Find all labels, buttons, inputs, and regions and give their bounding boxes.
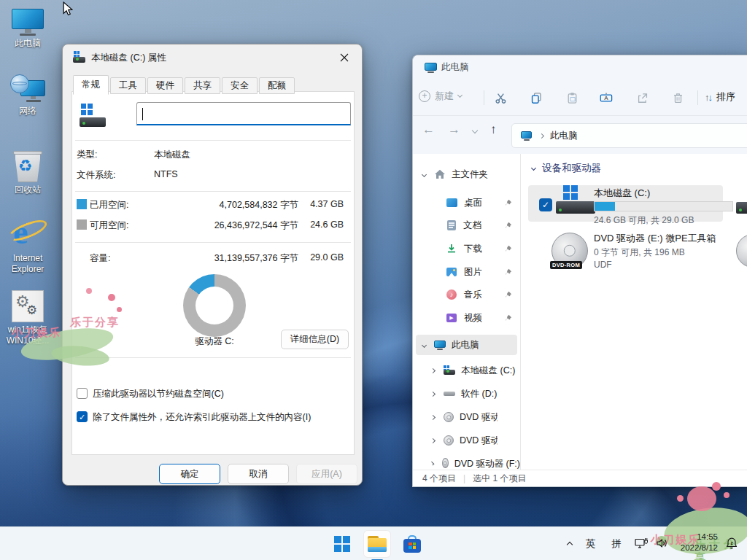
- explorer-tab-title[interactable]: 此电脑: [441, 61, 469, 74]
- rename-button[interactable]: A: [599, 90, 614, 105]
- copy-button[interactable]: [529, 90, 543, 105]
- type-value: 本地磁盘: [154, 149, 190, 161]
- drive-c-icon: [556, 185, 595, 218]
- hdd-d-mini-icon: [444, 392, 455, 396]
- sidebar-item-this-pc[interactable]: 此电脑: [413, 334, 520, 356]
- share-button[interactable]: [635, 90, 649, 105]
- taskbar-center-icons: [328, 527, 426, 560]
- cut-button[interactable]: [493, 90, 508, 105]
- toolbar-separator: [484, 90, 484, 105]
- apply-button[interactable]: 应用(A): [296, 464, 357, 484]
- chevron-right-icon: [430, 462, 435, 466]
- home-icon: [434, 169, 446, 179]
- forward-button[interactable]: →: [448, 122, 460, 137]
- compress-checkbox-label[interactable]: 压缩此驱动器以节约磁盘空间(C): [93, 388, 224, 400]
- close-button[interactable]: [328, 46, 360, 69]
- new-button[interactable]: + 新建: [419, 90, 462, 103]
- desktop-icon-win11-restore[interactable]: ⚙ ⚙ win11恢复 WIN10经...: [0, 290, 55, 346]
- explorer-tab-icon: [425, 63, 437, 73]
- svg-text:A: A: [604, 95, 608, 101]
- start-button[interactable]: [328, 530, 356, 558]
- tab-hardware[interactable]: 硬件: [147, 77, 183, 94]
- delete-button[interactable]: [670, 90, 685, 105]
- dialog-titlebar[interactable]: 本地磁盘 (C:) 属性: [63, 44, 362, 71]
- breadcrumb-this-pc[interactable]: 此电脑: [550, 130, 578, 142]
- paste-icon: [566, 92, 578, 104]
- ime-language-primary[interactable]: 英: [586, 537, 596, 551]
- sidebar-item-documents[interactable]: 文档: [413, 214, 520, 236]
- network-icon: [10, 74, 45, 104]
- dvd-mini-icon: [444, 435, 454, 446]
- sidebar-item-dvd-e[interactable]: DVD 驱动器 (E:): [413, 406, 520, 428]
- back-button[interactable]: ←: [422, 122, 435, 137]
- desktop-icon-internet-explorer[interactable]: e Internet Explorer: [0, 214, 55, 275]
- tab-security[interactable]: 安全: [222, 77, 258, 94]
- recycle-bin-icon: ♻: [13, 150, 42, 182]
- paste-button[interactable]: [565, 90, 579, 105]
- cancel-button[interactable]: 取消: [228, 464, 289, 484]
- compress-checkbox[interactable]: [77, 388, 88, 399]
- dvd-e-name[interactable]: DVD 驱动器 (E:) 微PE工具箱: [594, 232, 716, 245]
- sidebar-item-drive-d[interactable]: 软件 (D:): [413, 383, 520, 405]
- properties-dialog: 本地磁盘 (C:) 属性 常规 工具 硬件 共享 安全 配额 类型: 本地磁盘 …: [62, 44, 363, 486]
- clock-time: 14:55: [681, 532, 718, 542]
- sort-button[interactable]: ↑↓ 排序: [705, 90, 735, 104]
- network-icon[interactable]: [635, 537, 648, 551]
- tab-quota[interactable]: 配额: [259, 77, 295, 94]
- mouse-cursor: [63, 1, 73, 18]
- desktop-icon-this-pc[interactable]: 此电脑: [0, 9, 55, 49]
- desktop-icon-network[interactable]: 网络: [0, 74, 55, 117]
- taskbar-clock[interactable]: 14:55 2022/8/12: [681, 532, 718, 553]
- drive-icon-large: [80, 104, 107, 128]
- notification-bell-icon[interactable]: z: [725, 537, 738, 552]
- used-space-size: 4.37 GB: [300, 199, 344, 209]
- sidebar-item-home[interactable]: 主文件夹: [413, 163, 520, 185]
- dvd-rom-badge: DVD-ROM: [550, 261, 582, 269]
- chevron-right-icon: [430, 438, 436, 443]
- sidebar-item-dvd-f[interactable]: DVD 驱动器 (F:): [413, 429, 520, 451]
- volume-label-input[interactable]: [136, 102, 351, 125]
- sidebar-item-downloads[interactable]: 下载: [413, 238, 520, 260]
- index-checkbox-label[interactable]: 除了文件属性外，还允许索引此驱动器上文件的内容(I): [93, 411, 311, 424]
- internet-explorer-icon: e: [9, 214, 47, 251]
- tab-general[interactable]: 常规: [73, 75, 109, 95]
- index-checkbox[interactable]: ✓: [77, 411, 88, 422]
- chevron-down-icon: [422, 171, 427, 176]
- dvd-e-item-icon[interactable]: DVD-ROM: [551, 233, 589, 271]
- disk-usage-donut-chart: [183, 274, 246, 337]
- share-icon: [636, 92, 649, 104]
- ok-button[interactable]: 确定: [159, 464, 220, 484]
- divider: [75, 357, 351, 358]
- sidebar-item-videos[interactable]: ▶ 视频: [413, 307, 520, 329]
- dvd-e-filesystem: UDF: [594, 260, 612, 270]
- desktop-icon-recycle-bin[interactable]: ♻ 回收站: [0, 150, 55, 195]
- plus-circle-icon: +: [419, 90, 430, 102]
- pin-icon: [505, 268, 512, 276]
- volume-icon[interactable]: [656, 537, 668, 551]
- drive-c-checkbox[interactable]: ✓: [539, 198, 552, 211]
- type-label: 类型:: [77, 149, 97, 161]
- clock-date: 2022/8/12: [681, 542, 718, 553]
- taskbar-file-explorer-button[interactable]: [363, 530, 391, 558]
- used-space-bytes: 4,702,584,832 字节: [152, 199, 298, 211]
- sidebar-item-desktop[interactable]: 桌面: [413, 192, 520, 214]
- taskbar-store-button[interactable]: [398, 530, 426, 558]
- free-space-bytes: 26,436,972,544 字节: [152, 219, 298, 232]
- divider: [75, 242, 351, 243]
- tab-tools[interactable]: 工具: [110, 77, 146, 94]
- status-selected-count: 选中 1 个项目: [473, 472, 526, 485]
- address-bar[interactable]: 此电脑: [511, 123, 747, 148]
- drive-c-capacity-bar: [594, 201, 733, 211]
- sidebar-item-drive-c[interactable]: 本地磁盘 (C:): [413, 359, 520, 381]
- sidebar-item-pictures[interactable]: 图片: [413, 261, 520, 283]
- up-button[interactable]: ↑: [490, 122, 497, 137]
- section-devices-and-drives[interactable]: 设备和驱动器: [532, 162, 601, 175]
- microsoft-store-icon: [403, 535, 421, 553]
- tab-sharing[interactable]: 共享: [185, 77, 220, 94]
- ime-language-secondary[interactable]: 拼: [612, 537, 622, 551]
- sidebar-item-music[interactable]: ♪ 音乐: [413, 284, 520, 306]
- details-button[interactable]: 详细信息(D): [281, 330, 349, 349]
- explorer-status-bar: 4 个项目 | 选中 1 个项目: [413, 470, 747, 486]
- sidebar-item-dvd-partial[interactable]: DVD 驱动器 (F:): [413, 456, 520, 471]
- sidebar-divider: [520, 154, 521, 470]
